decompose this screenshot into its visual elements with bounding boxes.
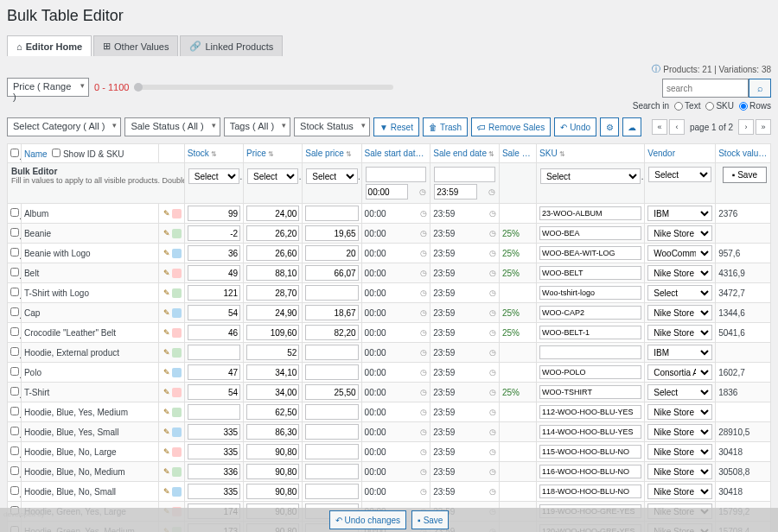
edit-icon[interactable]: ✎ [162,209,171,218]
footer-undo-button[interactable]: ↶Undo changes [329,510,407,529]
row-name[interactable]: Polo [21,363,158,383]
price-input[interactable] [246,265,299,281]
start-time[interactable]: 00:00 [365,209,386,218]
bulk-sprice-select[interactable]: Select [306,168,357,184]
vendor-select[interactable]: Nike Store [647,225,712,241]
undo-button[interactable]: ↶Undo [554,117,596,136]
trash-button[interactable]: 🗑Trash [423,117,468,136]
status-icon[interactable] [172,209,182,218]
start-time[interactable]: 00:00 [365,249,386,258]
row-name[interactable]: T-Shirt with Logo [21,283,158,303]
row-check[interactable] [10,466,19,475]
sku-input[interactable] [539,286,641,300]
status-icon[interactable] [172,447,182,457]
row-name[interactable]: T-Shirt [21,383,158,402]
end-time[interactable]: 23:59 [433,388,455,397]
row-name[interactable]: Hoodie, Blue, Yes, Medium [21,402,158,422]
end-time[interactable]: 23:59 [433,368,455,377]
bulk-start-date[interactable] [366,167,427,182]
row-check[interactable] [10,208,19,217]
sku-input[interactable] [539,405,641,419]
vendor-select[interactable]: Nike Store [647,424,712,440]
vendor-select[interactable]: Nike Store [647,464,712,479]
status-icon[interactable] [172,269,182,278]
vendor-select[interactable]: Nike Store [647,265,712,281]
start-time[interactable]: 00:00 [365,229,386,238]
stock-input[interactable] [188,325,240,340]
stock-input[interactable] [188,444,240,459]
stock-input[interactable] [188,484,240,499]
stock-input[interactable] [188,464,240,479]
vendor-select[interactable]: IBM [647,345,712,360]
show-id-sku-check[interactable] [52,149,61,157]
toolbar-select-1[interactable]: Sale Status ( All ) [124,117,220,136]
start-time[interactable]: 00:00 [365,467,386,477]
tab-1[interactable]: ⊞Other Values [93,35,178,56]
bulk-stock-select[interactable]: Select [188,168,239,184]
stock-input[interactable] [188,225,240,241]
vendor-select[interactable]: Nike Store [647,484,712,499]
reset-button[interactable]: ▼Reset [373,117,419,136]
vendor-select[interactable]: Select [647,384,712,400]
col-sale-price[interactable]: Sale price [303,144,361,163]
status-icon[interactable] [172,408,182,417]
end-time[interactable]: 23:59 [433,308,455,318]
start-time[interactable]: 00:00 [365,447,386,457]
price-input[interactable] [246,245,299,261]
pager-prev[interactable]: ‹ [669,119,685,135]
end-time[interactable]: 23:59 [433,209,455,218]
edit-icon[interactable]: ✎ [162,428,171,437]
start-time[interactable]: 00:00 [365,308,386,318]
end-time[interactable]: 23:59 [433,348,455,358]
sku-input[interactable] [539,345,641,359]
col-stock[interactable]: Stock [184,144,243,163]
edit-icon[interactable]: ✎ [162,249,171,258]
end-time[interactable]: 23:59 [433,467,455,477]
col-vendor[interactable]: Vendor [645,144,716,163]
tab-0[interactable]: ⌂Editor Home [7,35,92,56]
edit-icon[interactable]: ✎ [162,388,171,397]
bulk-price-select[interactable]: Select [247,168,298,184]
start-time[interactable]: 00:00 [365,368,386,377]
row-check[interactable] [10,486,19,495]
status-icon[interactable] [172,348,182,358]
row-check[interactable] [10,446,19,455]
sku-input[interactable] [539,306,641,320]
row-check[interactable] [10,268,19,276]
row-name[interactable]: Hoodie, Blue, No, Medium [21,462,158,482]
edit-icon[interactable]: ✎ [162,467,171,477]
pager-last[interactable]: » [756,119,771,135]
sku-input[interactable] [539,445,641,459]
row-check[interactable] [10,367,19,376]
row-check[interactable] [10,307,19,316]
search-input[interactable] [662,79,749,98]
status-icon[interactable] [172,328,182,338]
stock-input[interactable] [188,384,240,400]
toolbar-select-3[interactable]: Stock Status [294,117,370,136]
col-sale-end[interactable]: Sale end date [430,144,500,163]
edit-icon[interactable]: ✎ [162,308,171,318]
stock-input[interactable] [188,265,240,281]
row-name[interactable]: Album [21,204,158,224]
price-input[interactable] [246,404,299,420]
sku-input[interactable] [539,425,641,439]
end-time[interactable]: 23:59 [433,249,455,258]
price-range-select[interactable]: Price ( Range ) [7,78,89,97]
sale-price-input[interactable] [305,225,358,241]
sku-input[interactable] [539,385,641,399]
pager-next[interactable]: › [738,119,754,135]
start-time[interactable]: 00:00 [365,408,386,417]
search-button[interactable]: ⌕ [749,79,771,98]
price-input[interactable] [246,384,299,400]
radio-sku[interactable]: SKU [705,101,734,111]
edit-icon[interactable]: ✎ [162,348,171,358]
sale-price-input[interactable] [305,265,358,281]
toolbar-select-0[interactable]: Select Category ( All ) [7,117,121,136]
price-input[interactable] [246,325,299,340]
bulk-end-time[interactable] [434,184,476,200]
edit-icon[interactable]: ✎ [162,269,171,278]
row-check[interactable] [10,387,19,396]
row-check[interactable] [10,288,19,296]
row-name[interactable]: Crocodile "Leather" Belt [21,323,158,343]
row-check[interactable] [10,228,19,237]
